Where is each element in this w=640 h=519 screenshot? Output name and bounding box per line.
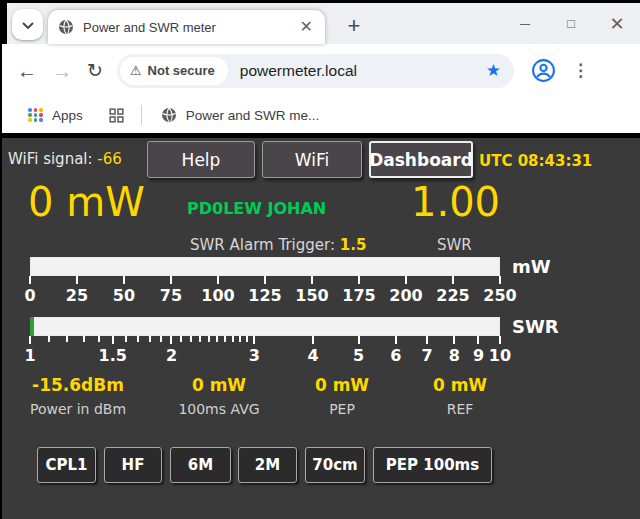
warning-icon: ⚠ (130, 63, 142, 78)
tick-mark-minor (208, 336, 210, 342)
band-button-6m[interactable]: 6M (170, 447, 231, 483)
globe-favicon-icon (58, 19, 74, 35)
bookmark-item[interactable]: Power and SWR me... (161, 107, 320, 123)
browser-chrome: Power and SWR meter ✕ + ─ □ ✕ ← → ↻ ⚠ No… (2, 3, 640, 133)
tick-label: 5 (353, 346, 364, 365)
band-button-pep100ms[interactable]: PEP 100ms (373, 447, 492, 483)
tick-mark (170, 276, 172, 284)
security-chip[interactable]: ⚠ Not secure (120, 57, 228, 85)
tick-label: 10 (489, 346, 511, 365)
tab-close-icon[interactable]: ✕ (298, 19, 315, 35)
wifi-signal: WiFi signal: -66 (8, 150, 122, 168)
tick-mark-minor (66, 336, 68, 342)
apps-grid-icon[interactable] (28, 108, 43, 122)
menu-dots-icon[interactable]: ⋮ (572, 60, 589, 81)
tick-mark-minor (232, 336, 234, 342)
band-button-cpl1[interactable]: CPL1 (37, 447, 96, 483)
tick-label: 6 (390, 346, 401, 365)
back-icon[interactable]: ← (17, 61, 37, 81)
tick-mark (477, 336, 479, 344)
tab-search-button[interactable] (12, 9, 43, 40)
tick-label: 100 (201, 286, 234, 305)
tick-label: 0 (24, 286, 35, 305)
power-meter-unit: mW (512, 256, 551, 277)
readout-ref: 0 mW REF (385, 375, 535, 417)
wifi-button[interactable]: WiFi (262, 141, 362, 178)
tick-mark (452, 276, 454, 284)
browser-tab[interactable]: Power and SWR meter ✕ (48, 10, 325, 44)
window-controls: ─ □ ✕ (502, 3, 640, 44)
tick-label: 25 (66, 286, 88, 305)
tick-mark (499, 336, 501, 344)
tick-label: 150 (295, 286, 328, 305)
tick-mark-minor (83, 336, 85, 342)
tick-mark-minor (199, 336, 201, 342)
profile-icon[interactable] (531, 58, 556, 83)
forward-icon[interactable]: → (52, 61, 72, 81)
tick-mark-minor (180, 336, 182, 342)
close-icon[interactable]: ✕ (594, 3, 640, 44)
tick-mark (395, 336, 397, 344)
tick-label: 200 (389, 286, 422, 305)
tick-mark (29, 336, 31, 344)
tick-mark (312, 336, 314, 344)
utc-clock: UTC 08:43:31 (479, 152, 592, 170)
tick-label: 8 (449, 346, 460, 365)
maximize-icon[interactable]: □ (548, 3, 594, 44)
address-bar[interactable]: ⚠ Not secure powermeter.local ★ (117, 54, 514, 88)
page-content: WiFi signal: -66 Help WiFi Dashboard UTC… (0, 133, 640, 519)
band-button-70cm[interactable]: 70cm (305, 447, 365, 483)
tick-label: 9 (473, 346, 484, 365)
tick-mark (453, 336, 455, 344)
readout-dbm: -15.6dBm Power in dBm (3, 375, 153, 417)
apps-label[interactable]: Apps (52, 108, 83, 123)
reload-icon[interactable]: ↻ (87, 61, 103, 80)
tick-mark (405, 276, 407, 284)
band-button-2m[interactable]: 2M (238, 447, 297, 483)
tick-mark-minor (224, 336, 226, 342)
power-meter-tick-labels: 0255075100125150175200225250 (30, 286, 500, 304)
swr-alarm-trigger: SWR Alarm Trigger: 1.5 (190, 236, 366, 254)
url-text: powermeter.local (240, 62, 357, 80)
browser-toolbar: ← → ↻ ⚠ Not secure powermeter.local ★ ⋮ (2, 44, 640, 97)
swr-meter-bar (30, 317, 500, 336)
tick-label: 75 (160, 286, 182, 305)
power-readout-main: 0 mW (28, 182, 145, 222)
swr-meter-unit: SWR (512, 316, 559, 337)
swr-alarm-label: SWR Alarm Trigger: (190, 236, 340, 254)
tick-mark (311, 276, 313, 284)
band-button-hf[interactable]: HF (104, 447, 162, 483)
security-label: Not secure (148, 63, 215, 78)
callsign: PD0LEW JOHAN (187, 199, 326, 218)
tab-groups-icon[interactable] (109, 108, 124, 123)
tick-label: 2 (166, 346, 177, 365)
help-button[interactable]: Help (147, 141, 255, 178)
swr-meter-fill (30, 317, 34, 336)
tick-label: 7 (422, 346, 433, 365)
tick-mark (217, 276, 219, 284)
tab-title: Power and SWR meter (83, 20, 298, 35)
bookmarks-bar: Apps Power and SWR me... (2, 97, 640, 133)
tick-mark-minor (149, 336, 151, 342)
tick-mark (358, 336, 360, 344)
tick-label: 250 (483, 286, 516, 305)
tick-label: 50 (113, 286, 135, 305)
page-top-strip (0, 133, 640, 138)
tick-label: 125 (248, 286, 281, 305)
readout-ref-label: REF (385, 401, 535, 417)
globe-icon (161, 107, 177, 123)
tick-label: 4 (307, 346, 318, 365)
swr-caption: SWR (437, 236, 472, 254)
tick-mark (426, 336, 428, 344)
new-tab-button[interactable]: + (339, 11, 369, 41)
bookmark-star-icon[interactable]: ★ (486, 60, 501, 81)
tick-label: 225 (436, 286, 469, 305)
dashboard-button[interactable]: Dashboard (369, 141, 473, 178)
tick-label: 1.5 (99, 346, 127, 365)
tick-label: 1 (24, 346, 35, 365)
swr-alarm-value: 1.5 (340, 236, 367, 254)
tick-mark-minor (98, 336, 100, 342)
minimize-icon[interactable]: ─ (502, 3, 548, 44)
wifi-signal-label: WiFi signal: (8, 150, 97, 168)
tick-mark (358, 276, 360, 284)
